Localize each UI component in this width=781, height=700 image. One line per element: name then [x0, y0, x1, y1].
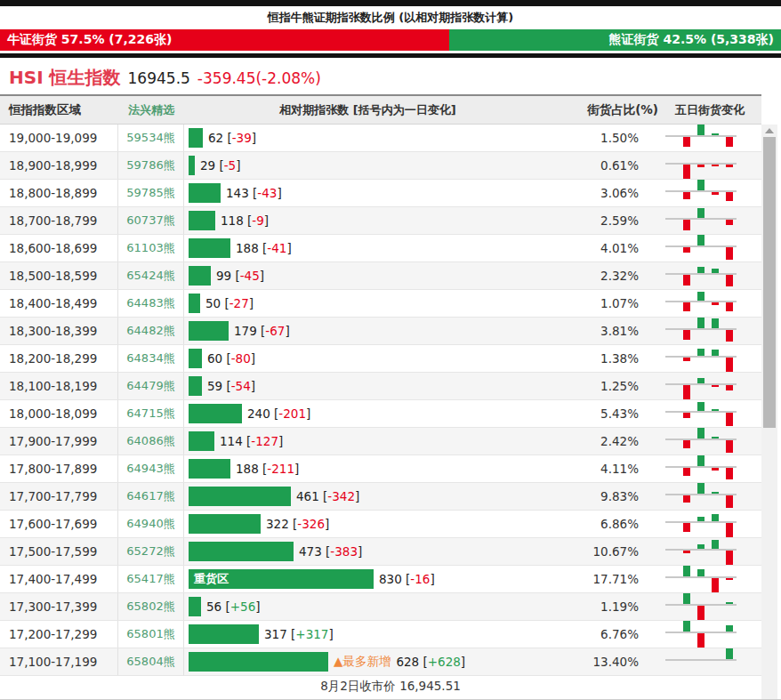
- volume-bar-cell: 240 [-201]: [184, 400, 552, 427]
- spark-bar-up: [726, 648, 733, 659]
- volume-value: 60: [207, 351, 222, 366]
- table-row: 17,600-17,69964940熊322 [-326]6.86%: [0, 511, 761, 538]
- volume-bar-cell: 188 [-211]: [184, 455, 552, 482]
- table-row: 17,300-17,39965802熊56 [+56]1.19%: [0, 593, 761, 621]
- one-day-change: -27: [229, 296, 249, 310]
- street-ratio-pct: 1.07%: [552, 290, 658, 317]
- spark-bar-down: [683, 358, 690, 361]
- volume-value: 29: [200, 158, 215, 173]
- five-day-spark-chart: [665, 538, 737, 565]
- warrant-code-link[interactable]: 65804熊: [118, 648, 184, 675]
- five-day-spark-chart: [665, 621, 737, 648]
- volume-bar: [189, 431, 214, 451]
- scrollbar[interactable]: [761, 125, 777, 699]
- volume-value: 179: [234, 324, 257, 338]
- spark-bar-down: [726, 468, 733, 479]
- warrant-code-link[interactable]: 65272熊: [118, 538, 184, 565]
- bracket: [: [259, 462, 268, 476]
- five-day-spark-chart: [665, 345, 737, 372]
- spark-bar-up: [697, 569, 705, 576]
- volume-value: 99: [216, 269, 231, 283]
- warrant-code-link[interactable]: 64834熊: [118, 345, 184, 372]
- warrant-code-link[interactable]: 65417熊: [118, 566, 184, 592]
- one-day-change: -80: [231, 351, 251, 366]
- five-day-spark-cell: [658, 373, 761, 399]
- table-row: 18,800-18,89959785熊143 [-43]3.06%: [0, 180, 761, 207]
- warrant-code-link[interactable]: 61103熊: [118, 235, 184, 261]
- spark-bar-down: [712, 192, 719, 195]
- bracket: [: [215, 158, 224, 173]
- five-day-spark-cell: [658, 593, 761, 620]
- one-day-change: -127: [251, 434, 278, 448]
- col-header-volume: 相对期指张数 [括号内为一日变化]: [184, 96, 552, 124]
- col-header-spark: 五日街货变化: [658, 96, 761, 124]
- five-day-spark-chart: [665, 428, 737, 455]
- warrant-code-link[interactable]: 65801熊: [118, 621, 184, 648]
- scroll-up-button[interactable]: [761, 125, 777, 137]
- one-day-change: -326: [297, 517, 325, 531]
- bracket: ]: [278, 434, 283, 448]
- warrant-code-link[interactable]: 59534熊: [118, 125, 184, 151]
- five-day-spark-chart: [665, 511, 737, 537]
- bracket: [: [221, 296, 229, 310]
- warrant-code-link[interactable]: 64483熊: [118, 290, 184, 317]
- bracket: ]: [249, 296, 254, 310]
- street-ratio-pct: 3.81%: [552, 318, 658, 344]
- spark-bar-down: [726, 330, 733, 342]
- warrant-code-link[interactable]: 64940熊: [118, 511, 184, 537]
- warrant-code-link[interactable]: 64715熊: [118, 400, 184, 427]
- volume-bar: [189, 624, 259, 644]
- index-summary: HSI 恒生指数 16945.5 -359.45(-2.08%): [9, 66, 321, 90]
- warrant-code-link[interactable]: 64086熊: [118, 428, 184, 455]
- five-day-spark-cell: [658, 125, 761, 151]
- spark-axis-line: [665, 659, 737, 661]
- scrollbar-thumb[interactable]: [763, 137, 776, 428]
- volume-bar-cell: 118 [-9]: [184, 207, 552, 234]
- five-day-spark-cell: [658, 455, 761, 482]
- volume-bar: [189, 321, 229, 341]
- volume-bar-cell: 60 [-80]: [184, 345, 552, 372]
- bracket: [: [231, 269, 240, 283]
- bracket: [: [221, 599, 230, 614]
- index-range: 18,600-18,699: [0, 235, 118, 261]
- bracket: [: [270, 406, 279, 421]
- volume-bar-cell: 50 [-27]: [184, 290, 552, 317]
- table-row: 19,000-19,09959534熊62 [-39]1.50%: [0, 125, 761, 152]
- warrant-code-link[interactable]: 65424熊: [118, 262, 184, 289]
- table-row: 18,000-18,09964715熊240 [-201]5.43%: [0, 400, 761, 428]
- volume-bar-cell: ▲最多新增628 [+628]: [184, 648, 552, 675]
- table-row: 18,200-18,29964834熊60 [-80]1.38%: [0, 345, 761, 373]
- street-ratio-pct: 4.01%: [552, 235, 658, 261]
- volume-value: 114: [220, 434, 243, 448]
- warrant-code-link[interactable]: 59785熊: [118, 180, 184, 206]
- volume-value: 830: [379, 572, 402, 586]
- volume-bar-cell: 62 [-39]: [184, 125, 552, 151]
- spark-bar-up: [712, 350, 719, 356]
- one-day-change: -342: [327, 489, 355, 503]
- spark-bar-up: [697, 455, 705, 466]
- five-day-spark-chart: [665, 593, 737, 620]
- index-range: 18,400-18,499: [0, 290, 118, 317]
- one-day-change: -201: [278, 406, 306, 421]
- street-ratio-pct: 3.06%: [552, 180, 658, 206]
- warrant-code-link[interactable]: 64479熊: [118, 373, 184, 399]
- warrant-code-link[interactable]: 64943熊: [118, 455, 184, 482]
- spark-bar-down: [683, 165, 690, 179]
- warrant-code-link[interactable]: 60737熊: [118, 207, 184, 234]
- bracket: ]: [264, 213, 269, 228]
- index-range: 18,300-18,399: [0, 318, 118, 344]
- spark-bar-up: [697, 208, 705, 218]
- volume-bar: 重货区: [189, 569, 374, 589]
- closing-price-note: 8月2日收市价 16,945.51: [0, 679, 781, 695]
- warrant-code-link[interactable]: 65802熊: [118, 593, 184, 620]
- volume-bar: [189, 459, 230, 479]
- bracket: ]: [358, 544, 362, 559]
- warrant-code-link[interactable]: 64482熊: [118, 318, 184, 344]
- volume-value: 62: [208, 131, 223, 145]
- index-range: 17,100-17,199: [0, 648, 118, 675]
- warrant-code-link[interactable]: 64617熊: [118, 483, 184, 510]
- bracket: [: [402, 572, 411, 586]
- volume-bar-cell: 56 [+56]: [184, 593, 552, 620]
- warrant-code-link[interactable]: 59786熊: [118, 152, 184, 179]
- five-day-spark-cell: [658, 621, 761, 648]
